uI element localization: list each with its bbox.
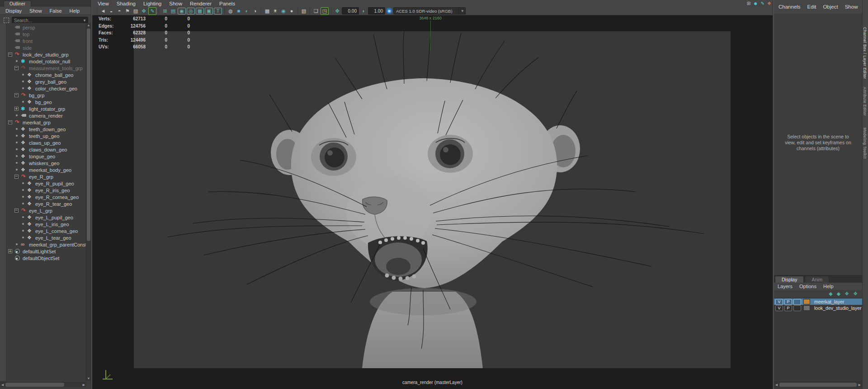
layer-display-type-toggle[interactable] [793,305,801,311]
viewport-menu-item[interactable]: View [98,1,109,6]
outliner-menu-item[interactable]: Show [29,8,42,14]
grid-icon[interactable]: ⊞ [161,8,169,14]
use-default-material-icon[interactable]: ◍ [227,8,234,14]
new-empty-layer-icon[interactable]: ❖ [844,291,849,297]
layer-editor-tab[interactable]: Anim [805,276,829,283]
outliner-item[interactable]: grey_ball_geo [0,78,86,85]
search-options-icon[interactable]: ▼ [83,19,88,23]
sidebar-tab-modeling-toolkit[interactable]: Modeling Toolkit [863,128,867,159]
channel-box-menu-item[interactable]: Object [823,4,838,9]
outliner-item[interactable]: bg_grp [0,92,86,99]
pan-zoom-2d-icon[interactable]: ✥ [140,8,147,14]
scrollbar-handle[interactable] [5,383,64,387]
layer-color-swatch[interactable] [803,299,810,304]
lighting-all-icon[interactable]: ☀ [272,8,279,14]
layer-move-up-icon[interactable]: ◆ [829,291,832,297]
gamma-field[interactable]: 1.00 [368,7,385,14]
bookmark-icon[interactable]: ⚑ [124,8,131,14]
outliner-item[interactable]: defaultLightSet [0,248,86,255]
viewport-menu-item[interactable]: Renderer [190,1,212,6]
outliner-item[interactable]: eye_L_pupil_geo [0,214,86,221]
user-icon[interactable]: ☻ [753,1,758,6]
outliner-menu-item[interactable]: False [50,8,62,14]
textured-mode-icon[interactable]: ◐ [243,8,250,14]
outliner-vertical-scrollbar[interactable]: ▲ ▼ [86,23,91,381]
expand-toggle-icon[interactable] [14,209,19,213]
motion-blur-icon[interactable]: ◉ [280,8,287,14]
layer-editor-horizontal-scrollbar[interactable]: ◀ ▶ [774,382,862,387]
layer-editor-menu-item[interactable]: Options [799,284,816,289]
scrollbar-handle[interactable] [87,28,90,241]
scroll-left-icon[interactable]: ◀ [774,382,779,387]
outliner-item[interactable]: eye_L_tear_geo [0,234,86,241]
selection-filter-icon[interactable] [4,18,9,23]
camera-attributes-icon[interactable]: ◓ [116,8,123,14]
scrollbar-handle[interactable] [779,383,857,387]
ssao-icon[interactable]: ▩ [264,8,271,14]
expand-toggle-icon[interactable] [21,73,25,77]
expand-toggle-icon[interactable] [21,80,25,84]
expand-toggle-icon[interactable] [21,215,25,219]
exposure-icon[interactable]: ✥ [334,8,341,14]
sidebar-tab-attribute-editor[interactable]: Attribute Editor [863,87,867,116]
outliner-item[interactable]: light_rotator_grp [0,105,86,112]
outliner-item[interactable]: persp [0,24,86,31]
field-chart-icon[interactable]: ▦ [196,8,204,14]
expand-toggle-icon[interactable] [21,100,25,104]
select-camera-icon[interactable]: ◄ [99,8,107,14]
layer-visibility-toggle[interactable]: V [775,305,783,311]
film-gate-icon[interactable]: ▤ [170,8,177,14]
layer-row[interactable]: V P look_dev_studio_layer [774,305,862,311]
layer-editor-menu-item[interactable]: Help [823,284,834,289]
expand-toggle-icon[interactable] [8,120,12,124]
pencil-icon[interactable]: ✎ [761,1,764,6]
outliner-item[interactable]: defaultObjectSet [0,255,86,261]
safe-title-icon[interactable]: T [214,8,222,14]
expand-toggle-icon[interactable] [21,86,25,90]
resolution-gate-area[interactable] [134,31,731,368]
expand-toggle-icon[interactable] [14,59,19,63]
expand-toggle-icon[interactable] [14,141,19,145]
outliner-item[interactable]: eye_R_cornea_geo [0,194,86,200]
outliner-item[interactable]: bg_geo [0,99,86,105]
layer-row[interactable]: V P meerkat_layer [774,299,862,305]
outliner-item[interactable]: meerkat_grp_parentConstraint1 [0,241,86,248]
select-tool-icon[interactable]: ▧ [300,8,307,14]
layer-editor-menu-item[interactable]: Layers [778,284,793,289]
isolate-select-icon[interactable]: ◳ [321,7,329,15]
wireframe-on-shaded-icon[interactable]: ◑ [251,8,259,14]
scroll-right-icon[interactable]: ▶ [81,382,86,387]
resolution-gate-icon[interactable]: ◉ [178,8,186,14]
swatch-icon[interactable]: ❖ [767,1,771,6]
outliner-item[interactable]: teeth_up_geo [0,133,86,139]
gate-mask-icon[interactable]: ◎ [187,8,195,14]
channel-box-menu-item[interactable]: Show [845,4,858,9]
layer-playback-toggle[interactable]: P [784,305,792,311]
expand-toggle-icon[interactable] [21,188,25,192]
layer-visibility-toggle[interactable]: V [775,299,783,305]
outliner-item[interactable]: color_checker_geo [0,85,86,92]
outliner-item[interactable]: eye_L_cornea_geo [0,228,86,234]
channel-box-menu-item[interactable]: Edit [807,4,816,9]
layer-editor-tab[interactable]: Display [775,276,804,283]
outliner-item[interactable]: eye_L_iris_geo [0,221,86,228]
new-layer-from-selected-icon[interactable]: ❖ [853,291,858,297]
outliner-horizontal-scrollbar[interactable]: ◀ ▶ [0,382,86,387]
outliner-menu-item[interactable]: Help [70,8,80,14]
grease-pencil-icon[interactable]: ✎ [148,7,156,15]
expand-toggle-icon[interactable] [14,134,19,138]
scroll-right-icon[interactable]: ▶ [857,382,862,387]
shaded-mode-icon[interactable]: ■ [235,8,242,14]
expand-toggle-icon[interactable] [21,202,25,206]
expand-toggle-icon[interactable] [14,107,19,111]
expand-toggle-icon[interactable] [14,93,19,97]
expand-toggle-icon[interactable] [8,249,12,253]
expand-toggle-icon[interactable] [21,195,25,199]
expand-toggle-icon[interactable] [21,181,25,185]
outliner-item[interactable]: model_rotator_null [0,58,86,65]
expand-toggle-icon[interactable] [14,114,19,118]
expand-toggle-icon[interactable] [14,147,19,152]
safe-action-icon[interactable]: ▣ [205,8,213,14]
search-input[interactable] [12,18,83,23]
outliner-item[interactable]: eye_R_grp [0,173,86,180]
